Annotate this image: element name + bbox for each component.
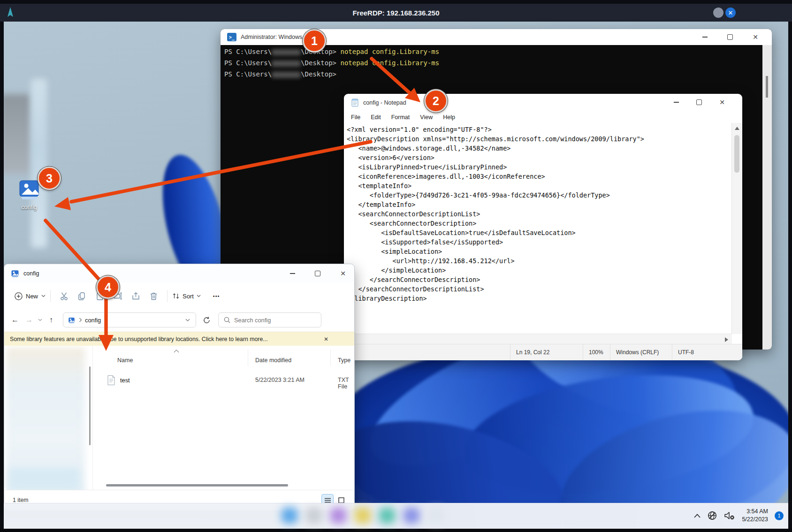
censored-username: [272, 72, 301, 78]
search-box[interactable]: Search config: [218, 312, 321, 327]
file-date: 5/22/2023 3:21 AM: [255, 377, 305, 383]
sort-button[interactable]: Sort: [172, 292, 201, 300]
explorer-file-area[interactable]: Name Date modified Type test 5/22/2023 3…: [92, 346, 354, 490]
notepad-text-area[interactable]: <?xml version="1.0" encoding="UTF-8"?> <…: [344, 123, 732, 334]
up-button[interactable]: ↑: [44, 316, 58, 324]
explorer-titlebar[interactable]: config: [4, 264, 354, 282]
file-area-hscroll-thumb[interactable]: [106, 484, 288, 486]
cut-button[interactable]: [55, 288, 73, 304]
xml-line: </templateInfo>: [347, 200, 415, 209]
freerdp-titlebar: FreeRDP: 192.168.236.250: [0, 4, 792, 22]
xml-line: <searchConnectorDescriptionList>: [347, 209, 480, 219]
menu-view[interactable]: View: [416, 113, 437, 122]
np-vertical-scrollbar[interactable]: [731, 123, 742, 334]
xml-line: <templateInfo>: [347, 181, 411, 190]
scroll-right-arrow-icon[interactable]: [725, 337, 728, 342]
menu-help[interactable]: Help: [439, 113, 459, 122]
notepad-menubar: File Edit Format View Help: [347, 111, 459, 123]
library-warning-bar[interactable]: Some library features are unavailable du…: [4, 332, 354, 347]
taskbar[interactable]: [4, 503, 788, 529]
column-header-date[interactable]: Date modified: [255, 357, 291, 364]
censored-taskbar-icon: [404, 508, 419, 524]
history-chevron-icon[interactable]: [38, 319, 42, 321]
more-options-button[interactable]: •••: [213, 293, 220, 299]
explorer-address-row: ← → ↑ config: [4, 310, 354, 330]
censored-taskbar-icon: [330, 508, 346, 524]
ex-maximize-button[interactable]: [308, 267, 327, 280]
forward-button[interactable]: →: [22, 316, 36, 324]
np-maximize-button[interactable]: [690, 96, 708, 108]
ps-maximize-button[interactable]: [721, 31, 739, 43]
file-name[interactable]: test: [120, 377, 130, 384]
search-icon: [224, 317, 230, 323]
ps-scrollbar-thumb[interactable]: [766, 76, 768, 98]
ex-minimize-button[interactable]: [283, 267, 302, 280]
notification-count-badge[interactable]: 1: [775, 511, 784, 520]
search-placeholder: Search config: [234, 317, 271, 324]
encoding: UTF-8: [672, 344, 742, 360]
xml-line: <name>@windows.storage.dll,-34582</name>: [347, 144, 511, 153]
file-row-test[interactable]: test 5/22/2023 3:21 AM TXT File: [93, 373, 351, 388]
np-vscroll-thumb[interactable]: [734, 135, 739, 173]
menu-file[interactable]: File: [347, 113, 365, 122]
copy-button[interactable]: [73, 288, 91, 304]
np-close-button[interactable]: ✕: [713, 96, 731, 108]
column-header-type[interactable]: Type: [338, 357, 350, 364]
rdp-minimize-button[interactable]: [713, 8, 723, 18]
xml-line: <iconReference>imageres.dll,-1003</iconR…: [347, 172, 545, 181]
xml-line: <simpleLocation>: [347, 247, 442, 256]
rdp-close-button[interactable]: ✕: [725, 8, 736, 18]
speaker-muted-icon[interactable]: [724, 511, 735, 520]
ps-minimize-button[interactable]: [695, 31, 714, 43]
refresh-icon[interactable]: [203, 316, 211, 324]
address-dropdown-icon[interactable]: [185, 319, 190, 322]
np-horizontal-scrollbar[interactable]: [344, 334, 732, 344]
xml-line: <?xml version="1.0" encoding="UTF-8"?>: [347, 125, 492, 134]
share-button[interactable]: [127, 288, 145, 304]
breadcrumb[interactable]: config: [85, 317, 101, 324]
scroll-up-arrow-icon[interactable]: [735, 127, 739, 130]
sort-arrows-icon: [172, 292, 180, 300]
address-bar[interactable]: config: [63, 312, 196, 327]
explorer-window: config ✕ New: [4, 264, 355, 510]
menu-edit[interactable]: Edit: [366, 113, 385, 122]
column-header-name[interactable]: Name: [117, 357, 133, 364]
menu-format[interactable]: Format: [387, 113, 414, 122]
nav-scrollbar-thumb[interactable]: [89, 366, 91, 445]
freerdp-session: FreeRDP: 192.168.236.250 ✕ co: [0, 0, 792, 532]
xml-line: </searchConnectorDescriptionList>: [347, 284, 484, 294]
np-minimize-button[interactable]: [667, 96, 685, 108]
delete-button[interactable]: [145, 288, 162, 304]
warning-close-icon[interactable]: ✕: [324, 336, 328, 342]
xml-line: <libraryDescription xmlns="http://schema…: [347, 134, 644, 144]
ps-close-button[interactable]: ✕: [746, 31, 765, 43]
ps-scrollbar[interactable]: [762, 45, 772, 350]
ex-close-button[interactable]: ✕: [334, 267, 352, 280]
sort-ascending-icon: [174, 350, 179, 353]
censored-desktop-item: [4, 94, 31, 173]
censored-taskbar-icon: [379, 508, 395, 524]
taskbar-clock[interactable]: 3:54 AM 5/22/2023: [742, 508, 768, 524]
library-icon: [68, 317, 75, 324]
back-button[interactable]: ←: [8, 316, 22, 324]
explorer-toolbar: New Sort: [4, 282, 354, 310]
explorer-title: config: [23, 270, 39, 277]
network-globe-offline-icon[interactable]: [707, 510, 717, 521]
xml-line: <url>http://192.168.45.212</url>: [347, 256, 515, 266]
explorer-nav-pane[interactable]: [4, 346, 92, 490]
plus-circle-icon: [15, 292, 23, 300]
new-button[interactable]: New: [15, 292, 46, 300]
xml-line: </simpleLocation>: [347, 266, 446, 275]
console-line: PS C:\Users\\Desktop> notepad config.Lib…: [224, 48, 439, 55]
notepad-window: config - Notepad ✕ File Edit Format View…: [344, 94, 742, 360]
chevron-down-icon: [197, 295, 201, 297]
warning-text[interactable]: Some library features are unavailable du…: [10, 336, 268, 342]
censored-username: [272, 61, 301, 67]
text-file-icon: [107, 375, 115, 386]
freerdp-app-icon: [6, 7, 15, 19]
censored-taskbar-icon: [355, 508, 371, 524]
cursor-position: Ln 19, Col 22: [510, 344, 583, 360]
xml-line: </libraryDescription>: [347, 294, 427, 303]
hidden-icons-chevron-icon[interactable]: [694, 514, 701, 518]
step-badge-3: 3: [38, 167, 61, 190]
